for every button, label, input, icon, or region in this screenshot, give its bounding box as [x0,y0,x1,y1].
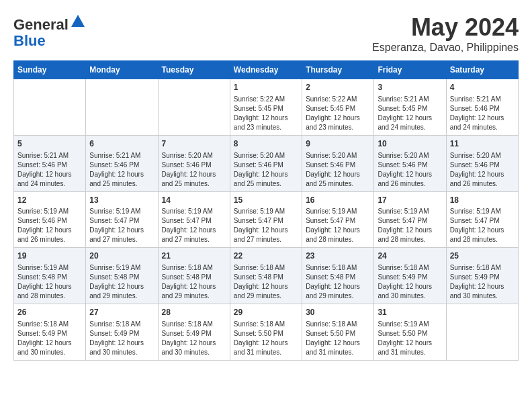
day-info: Sunrise: 5:20 AM Sunset: 5:46 PM Dayligh… [306,151,370,189]
day-number: 14 [162,195,226,206]
column-header-friday: Friday [374,61,446,79]
calendar-cell: 15Sunrise: 5:19 AM Sunset: 5:47 PM Dayli… [230,191,302,248]
day-info: Sunrise: 5:20 AM Sunset: 5:46 PM Dayligh… [450,151,515,189]
day-number: 8 [234,138,298,150]
day-info: Sunrise: 5:19 AM Sunset: 5:48 PM Dayligh… [17,263,82,301]
calendar-cell: 30Sunrise: 5:18 AM Sunset: 5:50 PM Dayli… [302,304,374,361]
calendar-cell [446,304,518,361]
calendar-cell: 27Sunrise: 5:18 AM Sunset: 5:49 PM Dayli… [86,304,158,361]
calendar-week-5: 26Sunrise: 5:18 AM Sunset: 5:49 PM Dayli… [14,304,519,361]
day-info: Sunrise: 5:21 AM Sunset: 5:46 PM Dayligh… [17,151,82,189]
title-block: May 2024 Esperanza, Davao, Philippines [372,13,519,54]
day-info: Sunrise: 5:22 AM Sunset: 5:45 PM Dayligh… [234,95,298,132]
day-number: 26 [17,307,82,318]
day-info: Sunrise: 5:18 AM Sunset: 5:49 PM Dayligh… [450,263,515,301]
day-number: 3 [378,82,442,93]
day-number: 21 [162,250,226,262]
calendar-cell: 6Sunrise: 5:21 AM Sunset: 5:46 PM Daylig… [86,135,158,191]
calendar-cell: 16Sunrise: 5:19 AM Sunset: 5:47 PM Dayli… [302,191,374,248]
calendar-table: SundayMondayTuesdayWednesdayThursdayFrid… [13,60,519,361]
day-number: 13 [89,195,154,206]
day-number: 12 [17,195,82,206]
calendar-cell: 1Sunrise: 5:22 AM Sunset: 5:45 PM Daylig… [230,79,302,136]
day-number: 11 [450,138,515,150]
day-number: 5 [17,138,82,150]
day-info: Sunrise: 5:20 AM Sunset: 5:46 PM Dayligh… [378,151,442,189]
page-subtitle: Esperanza, Davao, Philippines [372,42,519,54]
column-header-monday: Monday [86,61,158,79]
day-number: 17 [378,195,442,206]
calendar-cell [158,79,230,136]
day-info: Sunrise: 5:18 AM Sunset: 5:48 PM Dayligh… [234,263,298,301]
calendar-week-4: 19Sunrise: 5:19 AM Sunset: 5:48 PM Dayli… [14,248,519,304]
day-number: 23 [306,250,370,262]
day-info: Sunrise: 5:18 AM Sunset: 5:49 PM Dayligh… [378,263,442,301]
calendar-cell: 5Sunrise: 5:21 AM Sunset: 5:46 PM Daylig… [14,135,86,191]
column-header-wednesday: Wednesday [230,61,302,79]
calendar-cell: 13Sunrise: 5:19 AM Sunset: 5:47 PM Dayli… [86,191,158,248]
day-number: 9 [306,138,370,150]
day-number: 19 [17,250,82,262]
calendar-cell: 2Sunrise: 5:22 AM Sunset: 5:45 PM Daylig… [302,79,374,136]
calendar-cell: 4Sunrise: 5:21 AM Sunset: 5:46 PM Daylig… [446,79,518,136]
calendar-cell: 31Sunrise: 5:19 AM Sunset: 5:50 PM Dayli… [374,304,446,361]
calendar-cell: 25Sunrise: 5:18 AM Sunset: 5:49 PM Dayli… [446,248,518,304]
day-info: Sunrise: 5:19 AM Sunset: 5:47 PM Dayligh… [234,207,298,244]
day-info: Sunrise: 5:19 AM Sunset: 5:48 PM Dayligh… [89,263,154,301]
logo: General Blue [13,13,86,49]
day-number: 16 [306,195,370,206]
column-header-tuesday: Tuesday [158,61,230,79]
calendar-cell: 19Sunrise: 5:19 AM Sunset: 5:48 PM Dayli… [14,248,86,304]
day-number: 6 [89,138,154,150]
day-info: Sunrise: 5:18 AM Sunset: 5:48 PM Dayligh… [162,263,226,301]
day-number: 29 [234,307,298,318]
day-info: Sunrise: 5:19 AM Sunset: 5:50 PM Dayligh… [378,320,442,357]
calendar-cell: 23Sunrise: 5:18 AM Sunset: 5:48 PM Dayli… [302,248,374,304]
day-number: 10 [378,138,442,150]
day-info: Sunrise: 5:21 AM Sunset: 5:46 PM Dayligh… [89,151,154,189]
day-info: Sunrise: 5:19 AM Sunset: 5:47 PM Dayligh… [306,207,370,244]
calendar-cell: 9Sunrise: 5:20 AM Sunset: 5:46 PM Daylig… [302,135,374,191]
day-number: 28 [162,307,226,318]
calendar-cell: 20Sunrise: 5:19 AM Sunset: 5:48 PM Dayli… [86,248,158,304]
day-info: Sunrise: 5:18 AM Sunset: 5:49 PM Dayligh… [17,320,82,357]
calendar-cell: 10Sunrise: 5:20 AM Sunset: 5:46 PM Dayli… [374,135,446,191]
day-info: Sunrise: 5:21 AM Sunset: 5:46 PM Dayligh… [450,95,515,132]
calendar-cell: 22Sunrise: 5:18 AM Sunset: 5:48 PM Dayli… [230,248,302,304]
day-number: 27 [89,307,154,318]
calendar-cell: 3Sunrise: 5:21 AM Sunset: 5:45 PM Daylig… [374,79,446,136]
column-header-saturday: Saturday [446,61,518,79]
day-info: Sunrise: 5:19 AM Sunset: 5:46 PM Dayligh… [17,207,82,244]
day-info: Sunrise: 5:19 AM Sunset: 5:47 PM Dayligh… [89,207,154,244]
day-info: Sunrise: 5:18 AM Sunset: 5:50 PM Dayligh… [306,320,370,357]
calendar-cell: 12Sunrise: 5:19 AM Sunset: 5:46 PM Dayli… [14,191,86,248]
day-info: Sunrise: 5:19 AM Sunset: 5:47 PM Dayligh… [378,207,442,244]
calendar-cell [14,79,86,136]
svg-marker-0 [71,15,85,27]
column-header-thursday: Thursday [302,61,374,79]
day-info: Sunrise: 5:18 AM Sunset: 5:49 PM Dayligh… [89,320,154,357]
day-number: 20 [89,250,154,262]
day-info: Sunrise: 5:19 AM Sunset: 5:47 PM Dayligh… [450,207,515,244]
calendar-week-2: 5Sunrise: 5:21 AM Sunset: 5:46 PM Daylig… [14,135,519,191]
day-info: Sunrise: 5:18 AM Sunset: 5:48 PM Dayligh… [306,263,370,301]
calendar-cell: 29Sunrise: 5:18 AM Sunset: 5:50 PM Dayli… [230,304,302,361]
calendar-week-3: 12Sunrise: 5:19 AM Sunset: 5:46 PM Dayli… [14,191,519,248]
calendar-cell: 28Sunrise: 5:18 AM Sunset: 5:49 PM Dayli… [158,304,230,361]
day-number: 30 [306,307,370,318]
calendar-week-1: 1Sunrise: 5:22 AM Sunset: 5:45 PM Daylig… [14,79,519,136]
day-info: Sunrise: 5:18 AM Sunset: 5:50 PM Dayligh… [234,320,298,357]
calendar-cell: 14Sunrise: 5:19 AM Sunset: 5:47 PM Dayli… [158,191,230,248]
day-number: 24 [378,250,442,262]
calendar-cell: 26Sunrise: 5:18 AM Sunset: 5:49 PM Dayli… [14,304,86,361]
day-number: 7 [162,138,226,150]
day-number: 22 [234,250,298,262]
day-number: 1 [234,82,298,93]
logo-icon [70,13,86,30]
calendar-cell: 18Sunrise: 5:19 AM Sunset: 5:47 PM Dayli… [446,191,518,248]
day-number: 2 [306,82,370,93]
page-title: May 2024 [372,13,519,42]
day-info: Sunrise: 5:20 AM Sunset: 5:46 PM Dayligh… [234,151,298,189]
day-number: 25 [450,250,515,262]
day-info: Sunrise: 5:20 AM Sunset: 5:46 PM Dayligh… [162,151,226,189]
